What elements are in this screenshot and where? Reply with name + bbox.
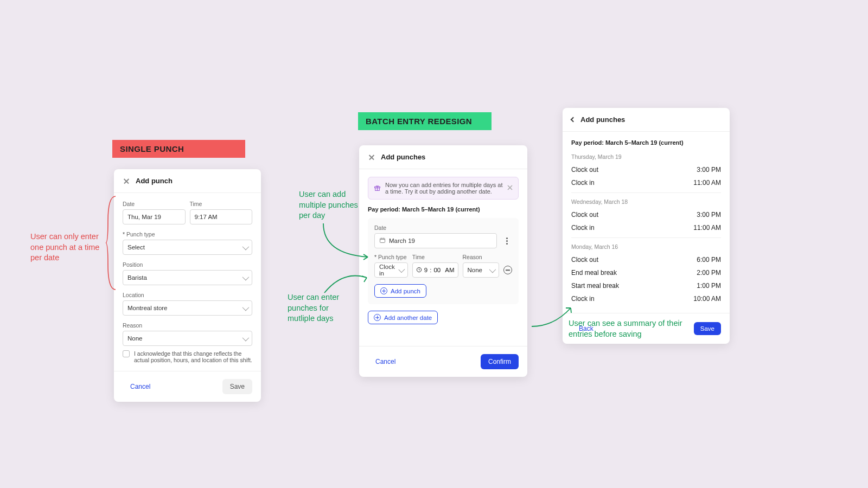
entry-name: Clock in [571, 224, 595, 232]
entry-name: Start meal break [571, 282, 619, 290]
close-icon[interactable] [123, 177, 130, 185]
summary-entry-row: Clock in11:00 AM [571, 221, 721, 234]
date-block: Date March 19 Punch type Clock in Time [368, 218, 519, 304]
summary-day-label: Thursday, March 19 [571, 153, 721, 160]
label-time: Time [190, 201, 253, 207]
confirm-button[interactable]: Confirm [481, 354, 519, 369]
date-input[interactable]: Thu, Mar 19 [123, 209, 186, 224]
svg-rect-2 [380, 239, 385, 243]
summary-title: Add punches [580, 115, 625, 124]
entry-name: Clock in [571, 179, 595, 187]
ack-row: I acknowledge that this change reflects … [123, 350, 252, 363]
divider [571, 237, 721, 238]
ack-text: I acknowledge that this change reflects … [134, 350, 252, 363]
entry-name: Clock out [571, 211, 598, 219]
single-title: Add punch [136, 177, 173, 185]
position-select[interactable]: Barista [123, 270, 252, 285]
entry-time: 6:00 PM [697, 256, 721, 264]
cancel-button[interactable]: Cancel [368, 354, 403, 369]
punch-type-select[interactable]: Select [123, 240, 252, 255]
gift-icon [374, 184, 381, 192]
banner-close-icon[interactable] [507, 185, 513, 191]
entry-name: Clock in [571, 295, 595, 303]
summary-entry-row: Clock out6:00 PM [571, 253, 721, 266]
summary-entry-row: End meal break2:00 PM [571, 266, 721, 279]
summary-card: Add punches Pay period: March 5–March 19… [563, 108, 730, 344]
reason-select[interactable]: None [463, 262, 499, 278]
save-button[interactable]: Save [222, 379, 252, 394]
label-date: Date [123, 201, 186, 207]
annotation-add-punches: User can add multiple punches per day [299, 189, 359, 221]
entry-time: 10:00 AM [693, 295, 721, 303]
summary-entry-row: Clock out3:00 PM [571, 163, 721, 176]
label-punch-type: Punch type [374, 254, 408, 260]
annotation-summary: User can see a summary of their entries … [569, 318, 699, 339]
clock-icon [416, 267, 422, 274]
entry-time: 11:00 AM [693, 179, 721, 187]
label-date: Date [374, 224, 512, 231]
back-icon[interactable] [571, 118, 575, 121]
entry-time: 11:00 AM [693, 224, 721, 232]
plus-icon [380, 287, 387, 294]
summary-period: Pay period: March 5–March 19 (current) [571, 139, 721, 146]
batch-card: Add punches Now you can add entries for … [359, 145, 527, 377]
single-card-header: Add punch [114, 169, 261, 193]
entry-time: 1:00 PM [697, 282, 721, 290]
location-select[interactable]: Montreal store [123, 300, 252, 316]
summary-header: Add punches [563, 108, 730, 132]
summary-entry-row: Clock in11:00 AM [571, 176, 721, 189]
label-reason: Reason [463, 254, 499, 260]
annotation-red: User can only enter one punch at a time … [30, 232, 112, 264]
summary-entry-row: Start meal break1:00 PM [571, 279, 721, 292]
summary-day-label: Monday, March 16 [571, 243, 721, 250]
close-icon[interactable] [368, 153, 375, 161]
remove-punch-button[interactable] [503, 266, 512, 274]
punch-type-select[interactable]: Clock in [374, 262, 408, 278]
summary-entry-row: Clock out3:00 PM [571, 208, 721, 221]
banner-text: Now you can add entries for multiple day… [385, 182, 503, 195]
label-location: Location [123, 292, 252, 298]
entry-name: Clock out [571, 166, 598, 174]
date-picker[interactable]: March 19 [374, 233, 497, 248]
tag-batch: BATCH ENTRY REDESIGN [358, 112, 492, 130]
entry-time: 3:00 PM [697, 211, 721, 219]
label-position: Position [123, 261, 252, 268]
add-punch-button[interactable]: Add punch [374, 284, 426, 298]
divider [571, 192, 721, 193]
calendar-icon [379, 237, 386, 245]
entry-time: 3:00 PM [697, 166, 721, 174]
date-overflow-menu[interactable] [501, 237, 512, 245]
entry-time: 2:00 PM [697, 269, 721, 277]
batch-title: Add punches [381, 153, 425, 161]
reason-select[interactable]: None [123, 331, 252, 346]
label-punch-type: Punch type [123, 231, 252, 237]
annotation-multi-days: User can enter punches for mutliple days [288, 292, 350, 324]
single-punch-card: Add punch Date Thu, Mar 19 Time 9:17 AM … [114, 169, 261, 402]
ack-checkbox[interactable] [123, 350, 130, 357]
add-another-date-button[interactable]: Add another date [368, 311, 438, 324]
entry-name: End meal break [571, 269, 617, 277]
cancel-button[interactable]: Cancel [123, 379, 158, 394]
entry-name: Clock out [571, 256, 598, 264]
pay-period: Pay period: March 5–March 19 (current) [368, 206, 519, 213]
label-reason: Reason [123, 322, 252, 329]
time-input[interactable]: 9:17 AM [190, 209, 253, 224]
tag-single: SINGLE PUNCH [112, 140, 245, 158]
summary-entry-row: Clock in10:00 AM [571, 292, 721, 305]
time-picker[interactable]: 9:00 AM [412, 262, 458, 278]
plus-icon [374, 314, 381, 321]
info-banner: Now you can add entries for multiple day… [368, 177, 519, 200]
batch-card-header: Add punches [359, 145, 527, 169]
summary-day-label: Wednesday, March 18 [571, 198, 721, 205]
label-time: Time [412, 254, 458, 260]
